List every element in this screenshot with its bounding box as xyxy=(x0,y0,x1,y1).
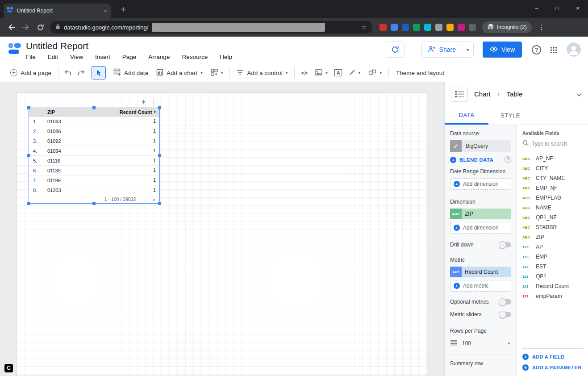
field-item[interactable]: ABCAP_NF xyxy=(522,154,584,163)
canvas-workspace[interactable]: ⋮ ZIP Record Count▾ 1.0106312.0108613.01… xyxy=(0,82,444,376)
browser-menu-icon[interactable]: ⋮ xyxy=(537,23,546,31)
field-item[interactable]: ABCSTABBR xyxy=(522,222,584,232)
add-date-dimension-button[interactable]: +Add dimension xyxy=(450,178,511,190)
lightning-icon[interactable] xyxy=(142,99,146,107)
community-visualizations-button[interactable]: ▾ xyxy=(207,66,227,79)
tab-data[interactable]: DATA xyxy=(445,106,488,125)
field-item[interactable]: ABCEMP_NF xyxy=(522,183,584,193)
field-item[interactable]: 123QP1 xyxy=(522,272,584,281)
report-title[interactable]: Untitled Report xyxy=(26,41,88,51)
resize-handle[interactable] xyxy=(27,202,30,205)
window-maximize-button[interactable]: □ xyxy=(547,0,567,18)
table-chart[interactable]: ⋮ ZIP Record Count▾ 1.0106312.0108613.01… xyxy=(29,108,160,204)
menu-insert[interactable]: Insert xyxy=(95,54,110,60)
field-item[interactable]: ABCCITY xyxy=(522,163,584,173)
chart-options-icon[interactable]: ⋮ xyxy=(151,100,157,106)
select-tool-button[interactable] xyxy=(92,66,106,79)
field-item[interactable]: ABCEMPFLAG xyxy=(522,193,584,203)
search-input[interactable] xyxy=(532,141,581,147)
forward-button[interactable] xyxy=(19,20,33,34)
resize-handle[interactable] xyxy=(158,154,161,157)
field-item[interactable]: ABCZIP xyxy=(522,232,584,242)
menu-arrange[interactable]: Arrange xyxy=(148,54,170,60)
extension-icon[interactable] xyxy=(469,24,476,31)
add-a-field-button[interactable]: +ADD A FIELD xyxy=(522,354,584,360)
back-button[interactable] xyxy=(4,20,19,34)
breadcrumb-chart[interactable]: Chart xyxy=(474,90,491,98)
extension-icon[interactable] xyxy=(413,24,420,31)
image-button[interactable]: ▾ xyxy=(311,66,332,79)
share-button[interactable]: Share ▾ xyxy=(421,42,474,58)
help-icon[interactable]: ? xyxy=(532,45,541,54)
apps-grid-icon[interactable] xyxy=(550,46,557,53)
undo-button[interactable] xyxy=(61,66,75,79)
field-item[interactable]: 123EMP xyxy=(522,252,584,262)
count-column-header[interactable]: Record Count▾ xyxy=(94,108,159,116)
resize-handle[interactable] xyxy=(92,106,96,109)
optional-metrics-toggle[interactable] xyxy=(499,299,511,305)
previous-page-icon[interactable]: ‹ xyxy=(143,196,145,203)
tab-close-icon[interactable]: × xyxy=(104,8,107,14)
extension-icon[interactable] xyxy=(435,24,442,31)
reload-button[interactable] xyxy=(33,20,47,34)
embed-button[interactable]: <> xyxy=(297,66,311,79)
rows-per-page-select[interactable]: 100▾ xyxy=(461,338,511,349)
url-bar[interactable]: datastudio.google.com/reporting/ ☆ xyxy=(50,21,372,33)
add-chart-button[interactable]: Add a chart▾ xyxy=(152,66,207,79)
field-item[interactable]: 123EST xyxy=(522,262,584,272)
line-button[interactable]: ▾ xyxy=(345,66,365,79)
edit-datasource-icon[interactable] xyxy=(450,140,462,152)
resize-handle[interactable] xyxy=(158,202,161,205)
help-circle-icon[interactable]: ? xyxy=(505,156,511,163)
add-a-parameter-button[interactable]: +ADD A PARAMETER xyxy=(522,364,584,371)
add-dimension-button[interactable]: +Add dimension xyxy=(450,222,511,234)
datastudio-logo-icon[interactable] xyxy=(8,42,21,58)
metric-sliders-toggle[interactable] xyxy=(499,312,511,317)
theme-layout-button[interactable]: Theme and layout xyxy=(392,70,449,76)
tab-style[interactable]: STYLE xyxy=(488,106,532,125)
resize-handle[interactable] xyxy=(158,106,161,109)
bookmark-star-icon[interactable]: ☆ xyxy=(361,23,367,31)
add-control-button[interactable]: Add a control▾ xyxy=(233,66,292,79)
resize-handle[interactable] xyxy=(27,154,30,157)
menu-file[interactable]: File xyxy=(26,54,36,60)
resize-handle[interactable] xyxy=(27,106,30,109)
report-page[interactable]: ⋮ ZIP Record Count▾ 1.0106312.0108613.01… xyxy=(16,92,427,376)
field-item[interactable]: 123Record Count xyxy=(522,281,584,291)
field-item[interactable]: ABCNAME xyxy=(522,203,584,213)
zip-column-header[interactable]: ZIP xyxy=(44,109,94,115)
add-data-button[interactable]: Add data xyxy=(109,66,152,79)
window-minimize-button[interactable]: – xyxy=(526,0,547,18)
add-page-button[interactable]: +Add a page xyxy=(6,66,55,79)
menu-help[interactable]: Help xyxy=(220,54,232,60)
redo-button[interactable] xyxy=(75,66,88,79)
text-button[interactable]: A xyxy=(332,66,345,79)
menu-edit[interactable]: Edit xyxy=(48,54,58,60)
menu-page[interactable]: Page xyxy=(122,54,137,60)
extension-icon[interactable] xyxy=(379,24,387,31)
extension-icon[interactable] xyxy=(446,24,454,31)
share-dropdown-caret[interactable]: ▾ xyxy=(462,42,473,58)
blend-data-button[interactable]: + BLEND DATA ? xyxy=(450,156,511,163)
metric-chip-record-count[interactable]: AUT Record Count xyxy=(450,267,511,277)
browser-tab[interactable]: Untitled Report × xyxy=(4,4,111,18)
data-source-chip[interactable]: BigQuery xyxy=(450,140,511,152)
refresh-data-button[interactable] xyxy=(386,42,405,58)
avatar[interactable] xyxy=(567,42,581,57)
field-search[interactable] xyxy=(522,140,584,148)
field-item[interactable]: 123empParam xyxy=(522,291,584,301)
new-tab-button[interactable]: + xyxy=(117,4,129,16)
data-source-name[interactable]: BigQuery xyxy=(462,140,511,152)
field-item[interactable]: 123AP xyxy=(522,242,584,252)
menu-view[interactable]: View xyxy=(70,54,83,60)
field-item[interactable]: ABCCTY_NAME xyxy=(522,173,584,183)
window-close-button[interactable]: × xyxy=(567,0,588,18)
add-metric-button[interactable]: +Add metric xyxy=(450,280,511,292)
drill-down-toggle[interactable] xyxy=(499,242,511,247)
menu-resource[interactable]: Resource xyxy=(182,54,208,60)
next-page-icon[interactable]: › xyxy=(153,196,155,203)
view-button[interactable]: View xyxy=(483,42,522,58)
field-item[interactable]: ABCQP1_NF xyxy=(522,213,584,222)
chevron-down-icon[interactable] xyxy=(576,90,582,98)
table-chart-type-icon[interactable] xyxy=(451,87,468,102)
